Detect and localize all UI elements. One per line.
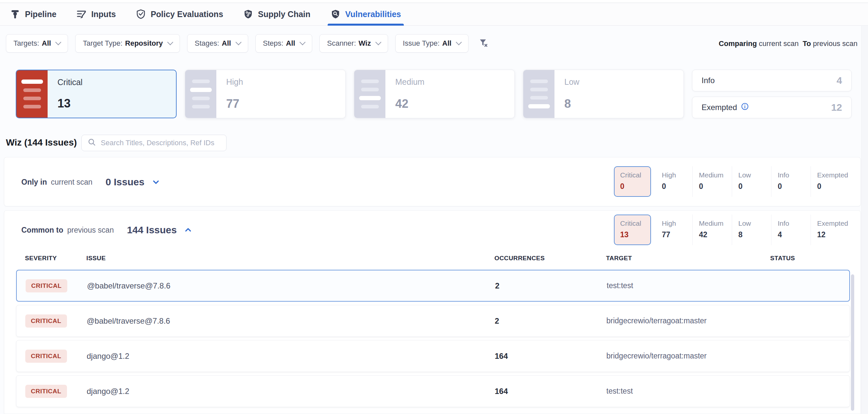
- table-row[interactable]: CRITICAL @babel/traverse@7.8.6 2 bridgec…: [16, 305, 850, 337]
- severity-card-medium[interactable]: Medium 42: [354, 70, 515, 118]
- chip-medium[interactable]: Medium 0: [692, 166, 732, 197]
- chip-count: 0: [620, 182, 650, 191]
- chip-low[interactable]: Low 8: [732, 214, 771, 245]
- column-header-occurrences: OCCURRENCES: [494, 255, 606, 262]
- severity-strip-icon: [185, 70, 216, 118]
- chip-label: Critical: [620, 219, 650, 227]
- issues-table-body: CRITICAL @babel/traverse@7.8.6 2 test:te…: [16, 270, 850, 410]
- issues-table-header: SEVERITY ISSUE OCCURRENCES TARGET STATUS: [25, 255, 847, 262]
- severity-card-high[interactable]: High 77: [185, 70, 346, 118]
- issue-cell: @babel/traverse@7.8.6: [87, 317, 495, 326]
- severity-card-low[interactable]: Low 8: [523, 70, 684, 118]
- only-in-current-scan-section: Only in current scan 0 Issues Critical 0…: [4, 157, 861, 206]
- chip-label: High: [662, 219, 692, 227]
- group-scan-label: previous scan: [67, 226, 114, 235]
- chip-label: Exempted: [817, 219, 850, 227]
- scanner-results-title: Wiz (144 Issues): [6, 137, 77, 148]
- chip-low[interactable]: Low 0: [732, 166, 771, 197]
- severity-card-label: Info: [702, 76, 715, 85]
- column-header-status: STATUS: [770, 255, 847, 262]
- filter-value: Repository: [125, 39, 163, 48]
- filter-target-type[interactable]: Target Type: Repository: [75, 34, 180, 53]
- filter-targets[interactable]: Targets: All: [6, 34, 68, 53]
- severity-strip-icon: [17, 70, 48, 118]
- severity-card-info[interactable]: Info 4: [692, 70, 851, 91]
- chevron-down-icon: [300, 39, 306, 45]
- comparing-to-word: To: [803, 39, 811, 48]
- issue-cell: @babel/traverse@7.8.6: [87, 281, 495, 291]
- column-header-target: TARGET: [606, 255, 770, 262]
- chip-medium[interactable]: Medium 42: [692, 214, 732, 245]
- search-input[interactable]: [101, 139, 220, 147]
- chip-exempted[interactable]: Exempted 12: [811, 214, 850, 245]
- issue-cell: django@1.2: [87, 352, 495, 361]
- severity-chip-filter: Critical 13 High 77 Medium 42 Low 8 Info…: [614, 214, 850, 245]
- occurrences-cell: 2: [495, 281, 607, 291]
- window-top-divider: [0, 0, 868, 3]
- comparing-right-scan: previous scan: [813, 39, 858, 48]
- group-toggle-only-in[interactable]: Only in current scan 0 Issues: [21, 157, 160, 207]
- chip-info[interactable]: Info 4: [771, 214, 811, 245]
- filter-issue-type[interactable]: Issue Type: All: [395, 34, 468, 53]
- group-bold-label: Common to: [21, 226, 63, 235]
- filter-label: Issue Type:: [403, 39, 440, 48]
- target-cell: test:test: [607, 281, 771, 290]
- severity-card-critical[interactable]: Critical 13: [16, 70, 177, 118]
- table-row[interactable]: CRITICAL django@1.2 164 bridgecrewio/ter…: [16, 340, 850, 372]
- table-row[interactable]: CRITICAL django@1.2 164 test:test: [16, 375, 850, 407]
- chip-critical[interactable]: Critical 13: [614, 214, 651, 245]
- filter-stages[interactable]: Stages: All: [187, 34, 248, 53]
- filter-label: Stages:: [195, 39, 219, 48]
- clear-filters-icon[interactable]: [478, 37, 490, 50]
- filter-label: Steps:: [263, 39, 283, 48]
- scrollbar-thumb[interactable]: [851, 274, 854, 411]
- chip-critical[interactable]: Critical 0: [614, 166, 651, 197]
- chip-label: High: [662, 171, 692, 179]
- chip-count: 0: [662, 182, 692, 191]
- chip-high[interactable]: High 77: [656, 214, 692, 245]
- tab-policy-evaluations[interactable]: Policy Evaluations: [135, 3, 223, 25]
- filter-scanner[interactable]: Scanner: Wiz: [319, 34, 388, 53]
- chip-label: Exempted: [817, 171, 850, 179]
- common-to-previous-scan-section: Common to previous scan 144 Issues Criti…: [4, 210, 861, 414]
- severity-badge: CRITICAL: [25, 385, 67, 398]
- chevron-down-icon: [167, 39, 173, 45]
- severity-summary-cards: Critical 13 High 77 Medium 42 Low 8 I: [16, 70, 851, 118]
- chip-high[interactable]: High 0: [656, 166, 692, 197]
- search-icon: [88, 138, 96, 148]
- chip-info[interactable]: Info 0: [771, 166, 811, 197]
- tab-label: Pipeline: [25, 9, 57, 19]
- info-circle-icon[interactable]: [741, 102, 749, 112]
- severity-card-count: 8: [564, 97, 580, 111]
- chip-count: 0: [778, 182, 811, 191]
- tab-vulnerabilities[interactable]: Vulnerabilities: [330, 3, 401, 25]
- tab-supply-chain[interactable]: Supply Chain: [243, 3, 311, 25]
- group-issue-count: 0 Issues: [106, 176, 145, 187]
- tab-label: Supply Chain: [258, 9, 311, 19]
- tab-label: Vulnerabilities: [345, 9, 401, 19]
- tab-pipeline[interactable]: Pipeline: [10, 3, 57, 25]
- group-toggle-common-to[interactable]: Common to previous scan 144 Issues: [21, 211, 192, 249]
- chip-count: 8: [738, 230, 771, 239]
- severity-card-exempted[interactable]: Exempted 12: [692, 97, 851, 118]
- filter-label: Target Type:: [83, 39, 122, 48]
- table-row[interactable]: CRITICAL @babel/traverse@7.8.6 2 test:te…: [16, 270, 850, 302]
- chevron-down-icon: [456, 39, 462, 45]
- chip-count: 4: [778, 230, 811, 239]
- severity-card-count: 77: [226, 97, 243, 111]
- severity-card-label: Low: [564, 77, 580, 87]
- chip-label: Medium: [699, 219, 732, 227]
- main-tab-bar: Pipeline Inputs Policy Evaluations Suppl…: [0, 3, 868, 26]
- chevron-down-icon[interactable]: [152, 178, 160, 187]
- group-issue-count: 144 Issues: [127, 225, 177, 236]
- filter-steps[interactable]: Steps: All: [255, 34, 313, 53]
- target-cell: bridgecrewio/terragoat:master: [606, 317, 771, 325]
- chip-exempted[interactable]: Exempted 0: [811, 166, 850, 197]
- severity-badge: CRITICAL: [26, 279, 67, 292]
- policy-shield-check-icon: [135, 9, 146, 20]
- chevron-up-icon[interactable]: [184, 226, 192, 236]
- chevron-down-icon: [375, 39, 381, 45]
- tab-inputs[interactable]: Inputs: [76, 3, 116, 25]
- chip-label: Low: [738, 219, 771, 227]
- chip-label: Info: [778, 171, 811, 179]
